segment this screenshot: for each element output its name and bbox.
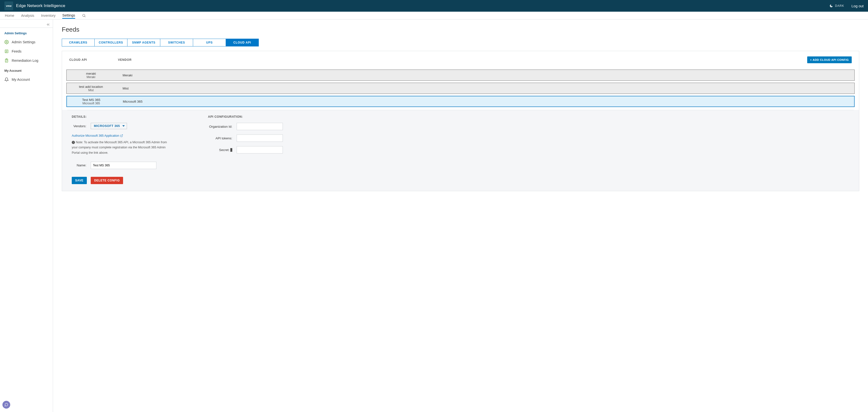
sidebar-item-label: Remediation Log [12,59,38,63]
clipboard-check-icon [4,58,9,63]
sidebar-item-remediation-log[interactable]: Remediation Log [0,56,53,65]
feed-tabs: CRAWLERS CONTROLLERS SNMP AGENTS SWITCHE… [62,39,859,46]
info-icon: i [72,141,75,144]
row-sub: Mist [67,89,115,92]
secret-label: Secret: [219,148,229,152]
row-sub: Microsoft 365 [67,102,116,105]
org-id-input[interactable] [237,123,283,130]
row-name: Test MS 365 [67,98,116,102]
sidebar-item-admin-settings[interactable]: Admin Settings [0,37,53,47]
row-vendor: Meraki [115,73,132,77]
svg-point-2 [6,41,7,43]
tab-snmp-agents[interactable]: SNMP AGENTS [127,39,160,46]
authorize-link-label: Authorize Microsoft 365 Application [72,134,119,137]
brand-title: Edge Network Intelligence [16,3,65,8]
tab-ups[interactable]: UPS [193,39,226,46]
name-label: Name: [72,163,86,167]
svg-line-9 [121,135,123,136]
dark-mode-label: DARK [835,4,844,7]
help-icon[interactable]: ? [230,148,232,152]
api-tokens-input[interactable] [237,134,283,142]
tab-switches[interactable]: SWITCHES [160,39,193,46]
sidebar: Admin Settings Admin Settings Feeds Reme… [0,20,53,412]
api-tokens-label: API tokens: [208,136,232,140]
row-vendor: Microsoft 365 [116,100,143,103]
nav-home[interactable]: Home [5,13,14,19]
nav-settings[interactable]: Settings [62,12,75,19]
dark-mode-toggle[interactable]: DARK [829,4,844,8]
logout-link[interactable]: Log out [851,4,864,8]
cloud-api-panel: CLOUD API VENDOR + ADD CLOUD API CONFIG … [62,51,859,191]
tab-controllers[interactable]: CONTROLLERS [95,39,127,46]
svg-point-0 [83,14,85,16]
main-nav: Home Analysis Inventory Settings [0,12,868,20]
authorize-ms365-link[interactable]: Authorize Microsoft 365 Application [72,134,123,137]
vendor-label: Vendors: [72,124,86,128]
secret-input[interactable] [237,146,283,154]
sidebar-item-label: My Account [12,77,30,82]
row-vendor: Mist [115,87,129,90]
col-header-cloud-api: CLOUD API [69,58,118,62]
help-fab[interactable] [2,401,10,409]
sidebar-item-my-account[interactable]: My Account [0,75,53,84]
col-header-vendor: VENDOR [118,58,166,62]
sidebar-collapse-icon[interactable] [46,22,50,27]
org-id-label: Organization Id: [208,125,232,128]
row-name: meraki [67,72,115,75]
details-title: DETAILS: [72,115,169,119]
api-config-title: API CONFIGURATION: [208,115,283,119]
content: Feeds CRAWLERS CONTROLLERS SNMP AGENTS S… [53,20,868,412]
api-row-ms365[interactable]: Test MS 365 Microsoft 365 Microsoft 365 [66,96,855,107]
api-row-meraki[interactable]: meraki Meraki Meraki [66,69,855,81]
save-button[interactable]: SAVE [72,177,87,184]
nav-inventory[interactable]: Inventory [41,13,56,19]
sidebar-item-feeds[interactable]: Feeds [0,47,53,56]
name-input[interactable] [91,162,156,169]
svg-line-1 [85,16,85,17]
list-icon [4,49,9,54]
sidebar-item-label: Admin Settings [12,40,35,44]
note-text: iNote: To activate the Microsoft 365 API… [72,140,169,155]
api-row-mist[interactable]: test add location Mist Mist [66,83,855,94]
tab-cloud-api[interactable]: CLOUD API [226,39,259,46]
vendor-select[interactable]: MICROSOFT 365 [91,123,127,129]
moon-icon [829,4,833,8]
page-title: Feeds [62,26,859,33]
nav-analysis[interactable]: Analysis [21,13,34,19]
topbar: vmw Edge Network Intelligence DARK Log o… [0,0,868,12]
add-cloud-api-button[interactable]: + ADD CLOUD API CONFIG [807,56,852,63]
search-icon[interactable] [82,13,86,18]
gear-icon [4,40,9,44]
external-link-icon [120,134,123,137]
sidebar-section-admin: Admin Settings [0,28,53,37]
chat-icon [4,403,8,407]
bell-icon [4,77,9,82]
tab-crawlers[interactable]: CRAWLERS [62,39,95,46]
sidebar-item-label: Feeds [12,50,22,53]
brand-logo: vmw [4,1,13,10]
delete-config-button[interactable]: DELETE CONFIG [91,177,123,184]
row-name: test add location [67,85,115,89]
sidebar-section-account: My Account [0,65,53,75]
row-sub: Meraki [67,75,115,79]
